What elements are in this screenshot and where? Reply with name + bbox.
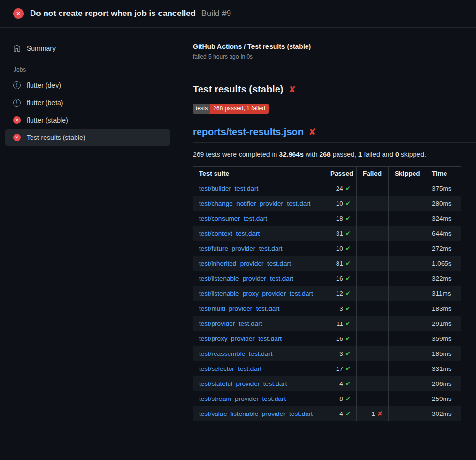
- report-heading: reports/test-results.json ✘: [193, 126, 476, 143]
- passed-cell: 81✔: [324, 256, 357, 271]
- test-suite-link[interactable]: test/consumer_test.dart: [199, 215, 267, 222]
- test-suite-link[interactable]: test/multi_provider_test.dart: [199, 305, 280, 312]
- check-icon: ✔: [345, 335, 351, 342]
- passed-cell: 3✔: [324, 301, 357, 316]
- check-icon: ✔: [345, 305, 351, 312]
- x-circle-icon: ✕: [13, 8, 24, 19]
- sidebar-item-job[interactable]: !flutter (beta): [5, 94, 170, 111]
- table-row: test/change_notifier_provider_test.dart1…: [193, 196, 461, 211]
- test-suite-link[interactable]: test/change_notifier_provider_test.dart: [199, 200, 310, 207]
- test-suite-link[interactable]: test/selector_test.dart: [199, 365, 261, 372]
- sidebar-item-job[interactable]: !flutter (dev): [5, 77, 170, 93]
- column-test-suite: Test suite: [193, 167, 324, 181]
- summary-line: 269 tests were completed in 32.964s with…: [193, 151, 461, 158]
- test-suite-link[interactable]: test/inherited_provider_test.dart: [199, 260, 291, 267]
- time-cell: 644ms: [426, 226, 461, 241]
- build-header: ✕ Do not create report when job is cance…: [0, 0, 476, 28]
- skipped-total: 0: [395, 151, 399, 158]
- passed-count: 3: [339, 305, 343, 312]
- suite-cell: test/change_notifier_provider_test.dart: [193, 196, 324, 211]
- check-icon: ✔: [345, 350, 351, 357]
- test-suite-link[interactable]: test/listenable_provider_test.dart: [199, 275, 293, 282]
- sidebar-item-label: Summary: [27, 45, 56, 52]
- passed-count: 3: [339, 350, 343, 357]
- section-divider: [193, 71, 476, 71]
- test-suite-link[interactable]: test/proxy_provider_test.dart: [199, 335, 282, 342]
- suite-cell: test/multi_provider_test.dart: [193, 301, 324, 316]
- test-suite-link[interactable]: test/reassemble_test.dart: [199, 350, 273, 357]
- test-suite-link[interactable]: test/context_test.dart: [199, 230, 260, 237]
- passed-cell: 10✔: [324, 241, 357, 256]
- skipped-cell: [389, 181, 426, 196]
- test-suite-link[interactable]: test/provider_test.dart: [199, 320, 262, 327]
- sidebar-item-summary[interactable]: Summary: [5, 40, 170, 57]
- passed-cell: 3✔: [324, 346, 357, 361]
- table-row: test/provider_test.dart11✔291ms: [193, 316, 461, 331]
- suite-cell: test/value_listenable_provider_test.dart: [193, 406, 324, 421]
- test-suite-link[interactable]: test/builder_test.dart: [199, 185, 258, 192]
- failed-cell: [357, 226, 389, 241]
- table-row: test/future_provider_test.dart10✔272ms: [193, 241, 461, 256]
- time-cell: 302ms: [426, 406, 461, 421]
- passed-count: 10: [336, 245, 343, 252]
- passed-total: 268: [320, 151, 331, 158]
- check-icon: ✔: [345, 245, 351, 252]
- build-number: Build #9: [201, 9, 231, 18]
- skipped-cell: [389, 346, 426, 361]
- skipped-cell: [389, 241, 426, 256]
- test-suite-link[interactable]: test/listenable_proxy_provider_test.dart: [199, 290, 313, 297]
- sidebar-item-label: flutter (dev): [27, 81, 61, 89]
- skipped-cell: [389, 331, 426, 346]
- test-suite-link[interactable]: test/future_provider_test.dart: [199, 245, 283, 252]
- report-file-link[interactable]: reports/test-results.json: [193, 126, 304, 138]
- test-suite-link[interactable]: test/stream_provider_test.dart: [199, 395, 286, 402]
- section-title-text: Test results (stable): [193, 84, 283, 95]
- passed-count: 11: [337, 320, 343, 327]
- passed-cell: 17✔: [324, 361, 357, 376]
- results-table: Test suite Passed Failed Skipped Time te…: [193, 166, 461, 421]
- time-cell: 375ms: [426, 181, 461, 196]
- passed-cell: 16✔: [324, 331, 357, 346]
- skipped-cell: [389, 286, 426, 301]
- check-icon: ✔: [345, 200, 351, 207]
- time-cell: 291ms: [426, 316, 461, 331]
- suite-cell: test/context_test.dart: [193, 226, 324, 241]
- suite-cell: test/provider_test.dart: [193, 316, 324, 331]
- table-row: test/listenable_proxy_provider_test.dart…: [193, 286, 461, 301]
- skipped-cell: [389, 391, 426, 406]
- sidebar-item-job[interactable]: ✕flutter (stable): [5, 112, 170, 128]
- build-title-text: Do not create report when job is cancell…: [30, 9, 196, 18]
- failed-cell: [357, 346, 389, 361]
- main-content: GitHub Actions / Test results (stable) f…: [193, 28, 476, 460]
- failed-x-icon: ✘: [308, 127, 316, 137]
- check-icon: ✔: [345, 365, 351, 372]
- passed-cell: 10✔: [324, 196, 357, 211]
- passed-count: 8: [339, 395, 343, 402]
- test-suite-link[interactable]: test/value_listenable_provider_test.dart: [199, 410, 313, 417]
- passed-count: 31: [336, 230, 343, 237]
- passed-count: 24: [336, 185, 343, 192]
- check-icon: ✔: [345, 290, 351, 297]
- skipped-cell: [389, 301, 426, 316]
- time-cell: 259ms: [426, 391, 461, 406]
- sidebar-item-job[interactable]: ✕Test results (stable): [5, 129, 170, 146]
- time-cell: 311ms: [426, 286, 461, 301]
- results-table-body: test/builder_test.dart24✔375mstest/chang…: [193, 181, 461, 421]
- badge-value: 268 passed, 1 failed: [210, 104, 268, 114]
- time-cell: 183ms: [426, 301, 461, 316]
- failed-cell: [357, 256, 389, 271]
- check-icon: ✔: [345, 380, 351, 387]
- home-icon: [13, 45, 21, 52]
- sidebar-item-label: flutter (beta): [27, 99, 63, 107]
- check-icon: ✔: [345, 230, 351, 237]
- skipped-cell: [389, 316, 426, 331]
- passed-count: 16: [336, 335, 343, 342]
- suite-cell: test/inherited_provider_test.dart: [193, 256, 324, 271]
- time-cell: 280ms: [426, 196, 461, 211]
- table-row: test/proxy_provider_test.dart16✔359ms: [193, 331, 461, 346]
- column-skipped: Skipped: [389, 167, 426, 181]
- time-cell: 359ms: [426, 331, 461, 346]
- failed-cell: [357, 241, 389, 256]
- failed-cell: [357, 316, 389, 331]
- test-suite-link[interactable]: test/stateful_provider_test.dart: [199, 380, 287, 387]
